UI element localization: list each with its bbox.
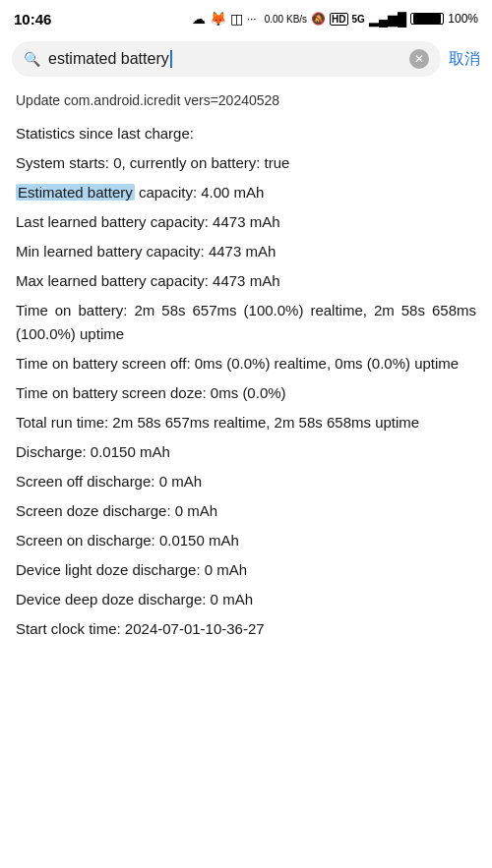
- stats-block: Statistics since last charge: System sta…: [16, 122, 476, 641]
- more-notifications-icon: ···: [247, 12, 257, 26]
- notification-icon-2: 🦊: [210, 11, 226, 27]
- stat-device-light-doze: Device light doze discharge: 0 mAh: [16, 558, 476, 582]
- stat-min-learned: Min learned battery capacity: 4473 mAh: [16, 240, 476, 263]
- stat-time-screen-doze: Time on battery screen doze: 0ms (0.0%): [16, 381, 476, 405]
- 5g-icon: 5G: [352, 14, 365, 25]
- estimated-battery-rest: capacity: 4.00 mAh: [135, 184, 265, 201]
- status-icons: ☁ 🦊 ◫ ··· 0.00 KB/s 🔕 HD 5G ▂▄▆█ 100%: [192, 11, 478, 27]
- status-time: 10:46: [14, 11, 51, 28]
- stat-screen-doze-discharge: Screen doze discharge: 0 mAh: [16, 499, 476, 523]
- notification-icon-1: ☁: [192, 11, 206, 27]
- signal-bars-icon: ▂▄▆█: [369, 12, 406, 27]
- search-icon: 🔍: [24, 51, 40, 67]
- text-cursor: [170, 50, 172, 68]
- cancel-button[interactable]: 取消: [449, 49, 480, 70]
- network-speed: 0.00 KB/s: [265, 14, 307, 25]
- search-query-text: estimated battery: [48, 50, 169, 67]
- update-line: Update com.android.icredit vers=20240528: [16, 92, 476, 108]
- stat-system-starts: System starts: 0, currently on battery: …: [16, 151, 476, 175]
- stat-screen-off-discharge: Screen off discharge: 0 mAh: [16, 470, 476, 493]
- mute-icon: 🔕: [311, 12, 326, 26]
- search-box[interactable]: 🔍 estimated battery ✕: [12, 41, 441, 77]
- search-clear-button[interactable]: ✕: [409, 49, 429, 69]
- stat-statistics-header: Statistics since last charge:: [16, 122, 476, 145]
- stat-estimated-battery: Estimated battery capacity: 4.00 mAh: [16, 181, 476, 204]
- stat-total-run-time: Total run time: 2m 58s 657ms realtime, 2…: [16, 411, 476, 434]
- estimated-battery-highlight: Estimated battery: [16, 184, 135, 201]
- notification-icon-3: ◫: [230, 11, 243, 27]
- stat-time-screen-off: Time on battery screen off: 0ms (0.0%) r…: [16, 352, 476, 376]
- stat-screen-on-discharge: Screen on discharge: 0.0150 mAh: [16, 529, 476, 552]
- status-bar: 10:46 ☁ 🦊 ◫ ··· 0.00 KB/s 🔕 HD 5G ▂▄▆█ 1…: [0, 0, 492, 35]
- stat-time-on-battery: Time on battery: 2m 58s 657ms (100.0%) r…: [16, 299, 476, 346]
- battery-percent: 100%: [448, 12, 478, 26]
- search-bar-row: 🔍 estimated battery ✕ 取消: [0, 35, 492, 83]
- hd-icon: HD: [330, 13, 347, 26]
- stat-last-learned: Last learned battery capacity: 4473 mAh: [16, 210, 476, 234]
- content-area: Update com.android.icredit vers=20240528…: [0, 83, 492, 657]
- stat-start-clock-time: Start clock time: 2024-07-01-10-36-27: [16, 617, 476, 641]
- battery-icon: [410, 13, 444, 25]
- stat-max-learned: Max learned battery capacity: 4473 mAh: [16, 269, 476, 293]
- stat-device-deep-doze: Device deep doze discharge: 0 mAh: [16, 588, 476, 611]
- search-input-text[interactable]: estimated battery: [48, 50, 401, 69]
- stat-discharge: Discharge: 0.0150 mAh: [16, 440, 476, 464]
